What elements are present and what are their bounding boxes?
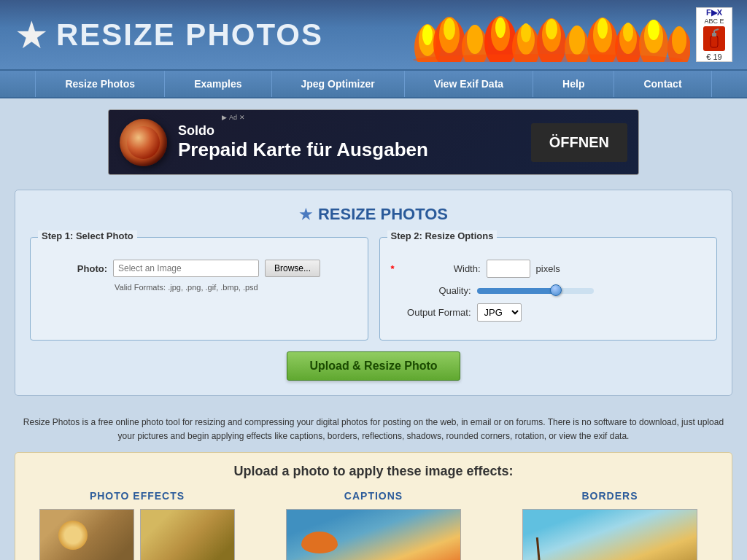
step1-box: Step 1: Select Photo Photo: Browse... Va… — [30, 237, 368, 341]
nav-item-help[interactable]: Help — [533, 71, 614, 97]
required-indicator: * — [391, 263, 395, 274]
svg-point-7 — [467, 25, 483, 54]
header-ad-banner[interactable]: F▶X ABC E € 19 — [696, 7, 732, 62]
borders-effect — [522, 509, 697, 560]
svg-point-21 — [597, 18, 608, 39]
borders-col: BORDERS — [499, 490, 721, 560]
step1-title: Step 1: Select Photo — [38, 230, 137, 241]
header: ★ RESIZE PHOTOS — [0, 0, 747, 69]
navigation: Resize Photos Examples Jpeg Optimizer Vi… — [0, 69, 747, 98]
vintage-effect: VINTAGE — [140, 509, 235, 560]
tool-title: ★ RESIZE PHOTOS — [30, 205, 717, 224]
step2-title: Step 2: Resize Options — [387, 230, 498, 241]
valid-formats: Valid Formats: .jpg, .png, .gif, .bmp, .… — [115, 283, 357, 292]
quality-thumb[interactable] — [550, 284, 562, 296]
svg-point-18 — [569, 26, 585, 55]
svg-point-2 — [422, 25, 433, 45]
svg-point-5 — [444, 18, 455, 40]
logo-star-icon: ★ — [15, 16, 49, 54]
effects-grid: PHOTO EFFECTS SEPIA VINTAGE — [26, 490, 721, 560]
tool-title-text: RESIZE PHOTOS — [318, 205, 448, 224]
quality-row: Quality: — [391, 285, 706, 296]
photo-effects-col: PHOTO EFFECTS SEPIA VINTAGE — [26, 490, 248, 560]
captions-thumb — [286, 509, 461, 560]
ad-tagline: Prepaid Karte für Ausgaben — [178, 139, 520, 161]
ad-logo — [120, 119, 167, 166]
ad-cta-button[interactable]: ÖFFNEN — [531, 123, 627, 162]
width-row: * Width: 800 pixels — [391, 260, 706, 278]
ad-brand-name: Soldo — [178, 123, 520, 139]
sepia-thumb — [39, 509, 134, 560]
sun-decoration — [58, 521, 88, 550]
quality-slider[interactable] — [477, 288, 594, 294]
photo-effects-title: PHOTO EFFECTS — [26, 490, 248, 502]
nav-item-jpeg[interactable]: Jpeg Optimizer — [272, 71, 405, 97]
output-format-select[interactable]: JPG PNG GIF BMP — [477, 303, 522, 322]
width-label: Width: — [400, 263, 481, 274]
svg-point-16 — [546, 19, 557, 39]
pixels-unit: pixels — [536, 263, 560, 274]
nav-item-exif[interactable]: View Exif Data — [405, 71, 533, 97]
site-title: RESIZE PHOTOS — [56, 18, 323, 52]
svg-point-13 — [521, 23, 531, 42]
tool-rows: Step 1: Select Photo Photo: Browse... Va… — [30, 237, 717, 341]
upload-section: Upload & Resize Photo — [30, 351, 717, 381]
ad-banner[interactable]: ▶ Ad ✕ Soldo Prepaid Karte für Ausgaben … — [108, 109, 639, 175]
captions-col: CAPTIONS — [263, 490, 484, 560]
width-input[interactable]: 800 — [487, 260, 530, 278]
header-right: F▶X ABC E € 19 — [406, 7, 732, 62]
ad-section: ▶ Ad ✕ Soldo Prepaid Karte für Ausgaben … — [0, 98, 747, 182]
fire-svg — [406, 7, 690, 62]
step2-box: Step 2: Resize Options * Width: 800 pixe… — [379, 237, 718, 341]
ad-indicator: ▶ Ad ✕ — [222, 114, 245, 121]
svg-point-27 — [648, 20, 659, 40]
description-text: Resize Photos is a free online photo too… — [0, 407, 747, 452]
nav-item-examples[interactable]: Examples — [165, 71, 271, 97]
captions-title: CAPTIONS — [263, 490, 484, 502]
captions-effect — [286, 509, 461, 560]
logo-area: ★ RESIZE PHOTOS — [15, 16, 323, 54]
quality-label: Quality: — [391, 285, 471, 296]
svg-point-10 — [495, 18, 506, 38]
tool-panel: ★ RESIZE PHOTOS Step 1: Select Photo Pho… — [15, 190, 732, 396]
output-format-row: Output Format: JPG PNG GIF BMP — [391, 303, 706, 322]
svg-rect-31 — [711, 36, 718, 47]
main-content: ★ RESIZE PHOTOS Step 1: Select Photo Pho… — [0, 182, 747, 407]
palm-decoration — [536, 537, 541, 560]
svg-point-24 — [623, 23, 633, 42]
vintage-thumb — [140, 509, 235, 560]
effects-title: Upload a photo to apply these image effe… — [26, 464, 721, 479]
borders-title: BORDERS — [499, 490, 721, 502]
file-input[interactable] — [113, 260, 259, 277]
title-star-icon: ★ — [299, 206, 312, 223]
fire-decoration — [406, 7, 690, 62]
svg-line-34 — [714, 29, 719, 31]
upload-resize-button[interactable]: Upload & Resize Photo — [287, 351, 460, 381]
output-format-label: Output Format: — [391, 307, 471, 318]
captions-images — [263, 509, 484, 560]
photo-label: Photo: — [42, 263, 107, 274]
sepia-effect: SEPIA — [39, 509, 134, 560]
nav-item-contact[interactable]: Contact — [614, 71, 711, 97]
photo-effects-images: SEPIA VINTAGE — [26, 509, 248, 560]
browse-button[interactable]: Browse... — [265, 260, 320, 277]
ad-logo-inner — [127, 126, 160, 159]
svg-rect-32 — [712, 33, 716, 36]
fish-decoration — [301, 532, 338, 553]
photo-field-row: Photo: Browse... — [42, 260, 357, 277]
ad-text-area: Soldo Prepaid Karte für Ausgaben — [178, 123, 520, 161]
svg-point-29 — [672, 26, 686, 54]
effects-section: Upload a photo to apply these image effe… — [15, 452, 732, 560]
borders-images — [499, 509, 721, 560]
borders-thumb — [522, 509, 697, 560]
nav-item-resize[interactable]: Resize Photos — [35, 71, 165, 97]
fire-extinguisher-icon — [707, 28, 721, 49]
